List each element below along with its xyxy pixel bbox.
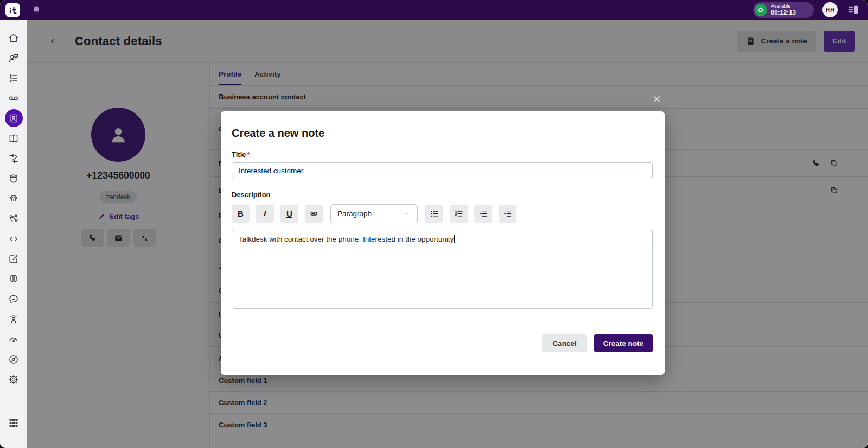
chevron-down-icon (403, 210, 411, 218)
sidebar-item-forms[interactable] (0, 249, 27, 269)
modal-footer: Cancel Create note (232, 334, 653, 352)
link-icon (309, 209, 319, 219)
sidebar-item-explore[interactable] (0, 349, 27, 369)
user-avatar[interactable]: HH (822, 2, 838, 17)
gauge-icon (8, 333, 20, 345)
italic-button[interactable]: I (256, 205, 274, 223)
numbered-list-button[interactable] (450, 205, 468, 223)
status-available-icon (755, 4, 767, 16)
description-field-label: Description (232, 191, 653, 199)
code-icon (8, 233, 20, 245)
routing-flow-icon (8, 153, 20, 165)
agent-chat-icon (8, 52, 20, 64)
status-label: Available (771, 4, 796, 9)
bullet-list-icon (429, 209, 439, 219)
sidebar-nav (0, 20, 27, 448)
paragraph-format-select[interactable]: Paragraph (330, 204, 418, 223)
underline-button[interactable]: U (280, 205, 298, 223)
sidebar-item-routing[interactable] (0, 148, 27, 168)
close-icon (652, 94, 662, 104)
sidebar-item-contacts[interactable] (0, 108, 27, 128)
task-list-icon (8, 72, 20, 84)
chat-smile-icon (8, 293, 20, 305)
sidebar-item-ai-assist[interactable] (0, 269, 27, 289)
network-graph-icon (8, 213, 20, 225)
modal-close-button[interactable] (650, 93, 662, 105)
bullet-list-button[interactable] (425, 205, 443, 223)
cancel-button[interactable]: Cancel (542, 334, 586, 352)
sidebar-item-integrations[interactable] (0, 209, 27, 229)
link-button[interactable] (305, 205, 323, 223)
conversations-panel-icon[interactable] (847, 4, 859, 16)
sidebar-item-dashboard[interactable] (0, 329, 27, 349)
sidebar-item-conversations[interactable] (0, 48, 27, 68)
numbered-list-icon (454, 209, 464, 219)
status-timer: 00:12:13 (771, 9, 796, 16)
note-description-text: Talkdesk with contact over the phone. In… (239, 235, 454, 243)
shield-icon (8, 173, 20, 185)
sidebar-item-workforce[interactable] (0, 309, 27, 329)
contacts-active-indicator (5, 109, 23, 127)
sidebar-item-voicemail[interactable] (0, 88, 27, 108)
note-title-input[interactable] (232, 162, 653, 179)
topbar: Available 00:12:13 HH (0, 0, 868, 20)
modal-title: Create a new note (232, 127, 653, 140)
create-note-modal: Create a new note Title* Description B I… (221, 111, 665, 375)
fingerprint-icon (8, 193, 20, 205)
chevron-down-icon (800, 5, 808, 14)
notifications-bell-icon[interactable] (31, 4, 42, 15)
workforce-person-icon (8, 313, 20, 325)
bold-button[interactable]: B (232, 205, 250, 223)
brain-icon (8, 273, 20, 285)
indent-icon (502, 209, 513, 219)
sidebar-item-security[interactable] (0, 168, 27, 188)
create-note-modal-wrap: Create a new note Title* Description B I… (221, 111, 665, 375)
indent-button[interactable] (499, 205, 516, 223)
compose-icon (8, 253, 20, 265)
sidebar-item-settings[interactable] (0, 369, 27, 389)
outdent-button[interactable] (474, 205, 492, 223)
agent-status-pill[interactable]: Available 00:12:13 (753, 2, 814, 18)
app-window: Available 00:12:13 HH (0, 0, 868, 448)
apps-grid-icon[interactable] (8, 417, 20, 429)
sidebar-divider (5, 396, 22, 396)
title-field-label: Title* (232, 150, 653, 159)
create-note-submit-button[interactable]: Create note (594, 334, 653, 352)
home-icon (8, 32, 20, 44)
talkdesk-logo[interactable] (5, 3, 20, 17)
sidebar-item-code[interactable] (0, 229, 27, 249)
sidebar-item-tasks[interactable] (0, 68, 27, 88)
voicemail-icon (8, 92, 20, 104)
required-asterisk: * (247, 150, 250, 159)
compass-icon (8, 354, 20, 365)
text-caret (454, 235, 455, 243)
gear-icon (8, 374, 20, 386)
sidebar-item-feedback[interactable] (0, 289, 27, 309)
sidebar-item-voice-biometrics[interactable] (0, 188, 27, 209)
editor-toolbar: B I U Paragraph (232, 204, 653, 223)
talkdesk-logo-icon (7, 4, 18, 16)
format-selected-value: Paragraph (337, 210, 372, 218)
open-book-icon (8, 132, 20, 144)
outdent-icon (478, 209, 488, 219)
contact-card-icon (8, 113, 19, 124)
sidebar-item-home[interactable] (0, 28, 27, 48)
sidebar-item-library[interactable] (0, 128, 27, 148)
note-description-input[interactable]: Talkdesk with contact over the phone. In… (232, 229, 653, 309)
